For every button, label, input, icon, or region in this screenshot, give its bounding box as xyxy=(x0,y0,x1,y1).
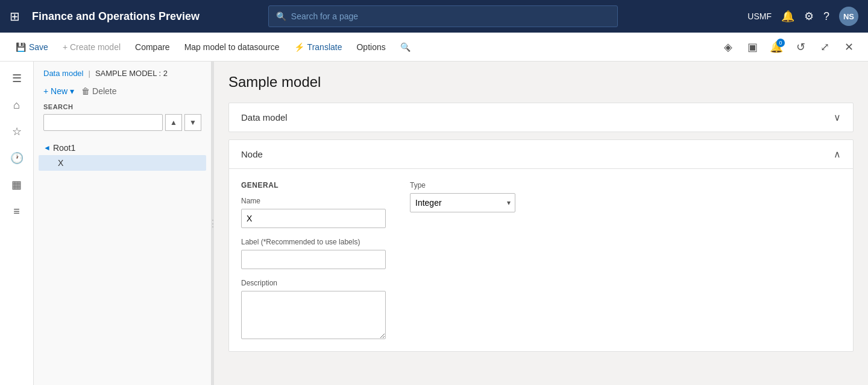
breadcrumb: Data model | SAMPLE MODEL : 2 xyxy=(34,69,211,84)
search-label: SEARCH xyxy=(43,103,201,110)
options-button[interactable]: Options xyxy=(350,39,391,56)
search-controls: ▲ ▼ xyxy=(43,114,201,131)
search-section: SEARCH ▲ ▼ xyxy=(34,103,211,138)
search-down-button[interactable]: ▼ xyxy=(184,114,201,131)
translate-button[interactable]: ⚡ Translate xyxy=(288,39,348,56)
toolbar-search-icon: 🔍 xyxy=(400,42,410,52)
breadcrumb-link[interactable]: Data model xyxy=(43,69,83,78)
node-section-body: GENERAL Name Type Integer String Bo xyxy=(229,169,853,351)
name-label: Name xyxy=(241,197,386,205)
close-button[interactable]: ✕ xyxy=(839,37,858,57)
node-section-header[interactable]: Node ∧ xyxy=(229,140,853,169)
tree-area: ◄ Root1 X xyxy=(34,138,211,385)
notification-badge: 0 xyxy=(776,39,785,47)
expand-button[interactable]: ⤢ xyxy=(815,37,834,57)
description-label: Description xyxy=(241,279,841,287)
expand-icon: ⤢ xyxy=(820,40,829,54)
compare-button[interactable]: Compare xyxy=(129,39,176,56)
left-panel: Data model | SAMPLE MODEL : 2 + New ▾ 🗑 … xyxy=(34,62,212,385)
new-label: + New xyxy=(43,86,68,96)
new-chevron-icon: ▾ xyxy=(70,86,74,96)
tree-item-label: X xyxy=(58,158,63,168)
label-input[interactable] xyxy=(241,250,386,269)
settings-icon[interactable]: ⚙ xyxy=(804,10,814,23)
toolbar-search-button[interactable]: 🔍 xyxy=(394,39,417,56)
node-section: Node ∧ GENERAL Name Type xyxy=(228,139,854,352)
new-button[interactable]: + New ▾ xyxy=(43,86,74,96)
notifications-icon[interactable]: 🔔 xyxy=(781,10,794,23)
search-icon: 🔍 xyxy=(276,11,286,21)
main-layout: ☰ ⌂ ☆ 🕐 ▦ ≡ Data model | SAMPLE MODEL : … xyxy=(0,62,868,385)
description-textarea[interactable] xyxy=(241,291,386,339)
org-label: USMF xyxy=(747,11,772,21)
label-field-label: Label (*Recommended to use labels) xyxy=(241,238,841,246)
type-label: Type xyxy=(410,181,515,189)
save-button[interactable]: 💾 Save xyxy=(10,39,54,56)
node-section-title: Node xyxy=(241,149,263,159)
search-input[interactable] xyxy=(291,11,610,21)
delete-label: Delete xyxy=(92,86,116,96)
name-field-group: Name xyxy=(241,197,386,228)
sidebar-item-home[interactable]: ⌂ xyxy=(5,93,29,117)
save-label: Save xyxy=(29,42,48,52)
page-title: Sample model xyxy=(228,74,854,91)
content-area: Sample model Data model ∨ Node ∧ GENERAL… xyxy=(214,62,868,385)
top-navbar: ⊞ Finance and Operations Preview 🔍 USMF … xyxy=(0,0,868,33)
data-model-chevron-down-icon: ∨ xyxy=(834,112,841,123)
type-select-wrap: Integer String Boolean Real Date DateTim… xyxy=(410,193,515,212)
close-icon: ✕ xyxy=(844,40,854,54)
sidebar-item-recent[interactable]: 🕐 xyxy=(5,146,29,170)
avatar[interactable]: NS xyxy=(839,7,858,26)
name-input[interactable] xyxy=(241,209,386,228)
create-model-button[interactable]: + Create model xyxy=(57,39,127,56)
grid-icon[interactable]: ⊞ xyxy=(10,9,20,24)
translate-label: Translate xyxy=(307,42,342,52)
refresh-button[interactable]: ↺ xyxy=(791,37,810,57)
breadcrumb-current: SAMPLE MODEL : 2 xyxy=(95,69,168,78)
translate-icon: ⚡ xyxy=(294,42,304,52)
refresh-icon: ↺ xyxy=(796,40,805,54)
help-icon[interactable]: ? xyxy=(823,10,829,23)
panel-search-input[interactable] xyxy=(43,114,163,131)
tree-toggle-icon[interactable]: ◄ xyxy=(43,144,51,152)
sidebar-item-workspaces[interactable]: ▦ xyxy=(5,173,29,197)
data-model-section: Data model ∨ xyxy=(228,103,854,132)
delete-icon: 🗑 xyxy=(81,86,90,96)
options-label: Options xyxy=(356,42,385,52)
layers-button[interactable]: ▣ xyxy=(743,37,762,57)
sidebar-item-hamburger[interactable]: ☰ xyxy=(5,66,29,91)
app-title: Finance and Operations Preview xyxy=(32,10,200,23)
map-datasource-button[interactable]: Map model to datasource xyxy=(178,39,286,56)
tree-root-item[interactable]: ◄ Root1 xyxy=(39,141,206,155)
map-datasource-label: Map model to datasource xyxy=(184,42,280,52)
label-field-group: Label (*Recommended to use labels) xyxy=(241,238,841,269)
node-form-row-top: GENERAL Name Type Integer String Bo xyxy=(241,181,841,228)
sidebar-item-modules[interactable]: ≡ xyxy=(5,199,29,223)
nav-right-actions: USMF 🔔 ⚙ ? NS xyxy=(747,7,858,26)
type-select[interactable]: Integer String Boolean Real Date DateTim… xyxy=(410,193,515,212)
data-model-section-title: Data model xyxy=(241,112,288,122)
action-toolbar: 💾 Save + Create model Compare Map model … xyxy=(0,33,868,62)
layers-icon: ▣ xyxy=(747,40,758,54)
sidebar-item-favorites[interactable]: ☆ xyxy=(5,119,29,144)
tree-item-x[interactable]: X xyxy=(39,155,206,171)
notifications-toolbar-button[interactable]: 🔔 0 xyxy=(767,37,786,57)
toolbar-right: ◈ ▣ 🔔 0 ↺ ⤢ ✕ xyxy=(719,37,858,57)
sidebar: ☰ ⌂ ☆ 🕐 ▦ ≡ xyxy=(0,62,34,385)
search-up-button[interactable]: ▲ xyxy=(165,114,182,131)
diamond-icon: ◈ xyxy=(724,40,732,54)
diamond-button[interactable]: ◈ xyxy=(719,37,738,57)
description-field-group: Description xyxy=(241,279,841,339)
breadcrumb-separator: | xyxy=(88,69,90,78)
general-label: GENERAL xyxy=(241,181,386,189)
panel-actions: + New ▾ 🗑 Delete xyxy=(34,84,211,103)
delete-button[interactable]: 🗑 Delete xyxy=(81,86,116,96)
node-chevron-up-icon: ∧ xyxy=(834,148,841,160)
create-model-label: + Create model xyxy=(63,42,121,52)
save-icon: 💾 xyxy=(16,42,26,52)
data-model-section-header[interactable]: Data model ∨ xyxy=(229,103,853,132)
global-search-bar[interactable]: 🔍 xyxy=(268,5,618,27)
tree-root-name: Root1 xyxy=(53,143,75,153)
compare-label: Compare xyxy=(135,42,170,52)
